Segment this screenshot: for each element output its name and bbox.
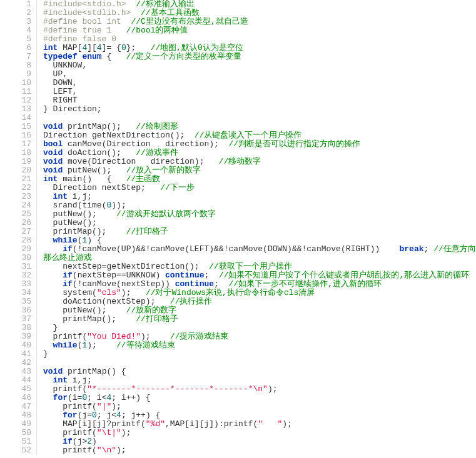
- line-number: 29: [0, 245, 31, 254]
- code-line: printf("*-------*-------*-------*-------…: [43, 385, 476, 394]
- line-number: 51: [0, 437, 31, 446]
- code-line: UNKNOW,: [43, 61, 476, 70]
- code-line: for(j=0; j<4; j++) {: [43, 411, 476, 420]
- code-line: printMap(); //打印格子: [43, 315, 476, 324]
- line-number: 1: [0, 0, 31, 9]
- code-line: putNew(); //放新的数字: [43, 306, 476, 315]
- code-line: #include<stdlib.h> //基本工具函数: [43, 9, 476, 17]
- code-line: RIGHT: [43, 96, 476, 105]
- code-line: int main() { //主函数: [43, 175, 476, 184]
- line-number: 42: [0, 359, 31, 367]
- line-number: 47: [0, 402, 31, 411]
- code-line: srand(time(0));: [43, 201, 476, 210]
- line-number: 32: [0, 271, 31, 280]
- code-line: if(nextStep==UNKNOW) continue; //如果不知道用户…: [43, 271, 476, 280]
- code-line: printf("\n");: [43, 446, 476, 455]
- code-line: if(!canMove(nextStep)) continue; //如果下一步…: [43, 280, 476, 289]
- line-number: 30: [0, 254, 31, 262]
- code-line: }: [43, 350, 476, 359]
- code-editor: 1234567891011121314151617181920212223242…: [0, 0, 476, 455]
- line-number: 26: [0, 219, 31, 227]
- line-number: 8: [0, 61, 31, 70]
- line-number: 18: [0, 149, 31, 157]
- code-line: LEFT,: [43, 87, 476, 96]
- code-line: }: [43, 324, 476, 332]
- line-number: 21: [0, 175, 31, 184]
- code-line: int MAP[4][4]= {0}; //地图,默认0认为是空位: [43, 44, 476, 52]
- line-number: 43: [0, 367, 31, 376]
- line-number: 24: [0, 201, 31, 210]
- line-number: 35: [0, 297, 31, 306]
- line-number: 38: [0, 324, 31, 332]
- line-number: 34: [0, 289, 31, 297]
- code-line: printf("\t|");: [43, 429, 476, 437]
- line-number: 46: [0, 394, 31, 402]
- code-line: MAP[i][j]?printf("%d",MAP[i][j]):printf(…: [43, 420, 476, 429]
- code-line: [43, 359, 476, 367]
- code-line: if(!canMove(UP)&&!canMove(LEFT)&&!canMov…: [43, 245, 476, 254]
- line-number: 50: [0, 429, 31, 437]
- code-line: UP,: [43, 70, 476, 79]
- code-line: #define true 1 //bool的两种值: [43, 26, 476, 35]
- line-number: 33: [0, 280, 31, 289]
- code-line: while(1) {: [43, 236, 476, 245]
- line-number: 4: [0, 26, 31, 35]
- code-line: void printMap() {: [43, 367, 476, 376]
- code-line: printf("|");: [43, 402, 476, 411]
- line-number-gutter: 1234567891011121314151617181920212223242…: [0, 0, 37, 455]
- line-number: 5: [0, 35, 31, 44]
- code-line: DOWN,: [43, 79, 476, 87]
- code-line: [43, 114, 476, 122]
- code-line: void putNew(); //放入一个新的数字: [43, 166, 476, 175]
- line-number: 31: [0, 262, 31, 271]
- code-line: for(i=0; i<4; i++) {: [43, 394, 476, 402]
- line-number: 9: [0, 70, 31, 79]
- code-line: int i,j;: [43, 192, 476, 201]
- code-line: nextStep=getNextDirection(); //获取下一个用户操作: [43, 262, 476, 271]
- line-number: 45: [0, 385, 31, 394]
- code-line: #define false 0: [43, 35, 476, 44]
- line-number: 52: [0, 446, 31, 455]
- code-content[interactable]: #include<stdio.h> //标准输入输出#include<stdli…: [37, 0, 476, 455]
- code-line: #define bool int //C里边没有布尔类型,就自己造: [43, 17, 476, 26]
- code-line: printf("You Died!"); //提示游戏结束: [43, 332, 476, 341]
- code-line: void printMap(); //绘制图形: [43, 122, 476, 131]
- code-line: void move(Direction direction); //移动数字: [43, 157, 476, 166]
- line-number: 49: [0, 420, 31, 429]
- code-line: int i,j;: [43, 376, 476, 385]
- code-line: putNew(); //游戏开始默认放两个数字: [43, 210, 476, 219]
- line-number: 39: [0, 332, 31, 341]
- line-number: 23: [0, 192, 31, 201]
- line-number: 41: [0, 350, 31, 359]
- line-number: 10: [0, 79, 31, 87]
- code-line: } Direction;: [43, 105, 476, 114]
- line-number: 3: [0, 17, 31, 26]
- line-number: 19: [0, 157, 31, 166]
- code-line: while(1); //等待游戏结束: [43, 341, 476, 350]
- code-line: Direction getNextDirection(); //从键盘读入下一个…: [43, 131, 476, 140]
- line-number: 28: [0, 236, 31, 245]
- code-line: if(j>2): [43, 437, 476, 446]
- line-number: 48: [0, 411, 31, 420]
- line-number: 16: [0, 131, 31, 140]
- line-number: 11: [0, 87, 31, 96]
- line-number: 6: [0, 44, 31, 52]
- line-number: 37: [0, 315, 31, 324]
- line-number: 27: [0, 227, 31, 236]
- line-number: 36: [0, 306, 31, 315]
- code-line: Direction nextStep; //下一步: [43, 184, 476, 192]
- line-number: 15: [0, 122, 31, 131]
- line-number: 25: [0, 210, 31, 219]
- code-line: #include<stdio.h> //标准输入输出: [43, 0, 476, 9]
- line-number: 13: [0, 105, 31, 114]
- line-number: 40: [0, 341, 31, 350]
- line-number: 12: [0, 96, 31, 105]
- line-number: 22: [0, 184, 31, 192]
- code-line: 那么终止游戏: [43, 254, 476, 262]
- code-line: bool canMove(Direction direction); //判断是…: [43, 140, 476, 149]
- code-line: system("cls"); //对于Windows来说,执行命令行命令cls清…: [43, 289, 476, 297]
- code-line: printMap(); //打印格子: [43, 227, 476, 236]
- code-line: void doAction(); //游戏事件: [43, 149, 476, 157]
- line-number: 44: [0, 376, 31, 385]
- code-line: typedef enum { //定义一个方向类型的枚举变量: [43, 52, 476, 61]
